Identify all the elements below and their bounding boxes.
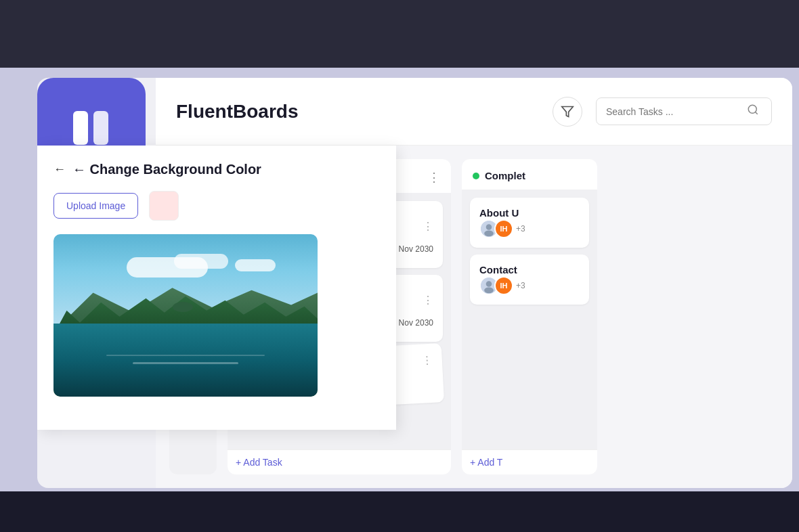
avatar-initials-about: IH	[494, 219, 513, 238]
avatars-about: IH +3	[479, 219, 525, 238]
card-menu-social[interactable]: ⋮	[423, 294, 433, 307]
add-task-complete-label: + Add T	[470, 457, 502, 468]
card-footer-about: IH +3	[479, 219, 580, 238]
svg-marker-2	[562, 106, 574, 116]
avatars-contact: IH +3	[479, 276, 525, 295]
card-menu-privacy-top[interactable]: ⋮	[421, 353, 433, 367]
lake-scene	[53, 234, 318, 397]
upload-image-button[interactable]: Upload Image	[53, 193, 138, 219]
task-card-contact: Contact IH +3	[470, 254, 589, 305]
card-menu-waitlist[interactable]: ⋮	[423, 220, 433, 233]
in-progress-menu[interactable]: ⋮	[428, 170, 440, 185]
color-swatch[interactable]	[149, 191, 179, 221]
header: FluentBoards	[156, 78, 792, 146]
card-title-about: About U	[479, 207, 519, 219]
back-arrow-icon[interactable]: ←	[53, 162, 66, 177]
filter-button[interactable]	[553, 97, 582, 127]
app-title: FluentBoards	[176, 101, 539, 123]
task-card-about: About U IH +3	[470, 198, 589, 248]
svg-point-3	[748, 105, 756, 113]
column-complete: Complet About U IH +3	[462, 159, 597, 474]
search-box	[596, 97, 772, 125]
complete-header: Complet	[462, 159, 597, 190]
search-input[interactable]	[606, 106, 741, 117]
cloud-2	[174, 254, 228, 269]
cloud-3	[235, 259, 276, 271]
svg-point-25	[484, 231, 494, 237]
bottom-bar	[0, 491, 799, 532]
water-shimmer-2	[106, 355, 265, 356]
cloud-layer	[120, 254, 278, 283]
bg-panel-title: ← Change Background Color	[72, 162, 261, 177]
upload-row: Upload Image	[53, 191, 380, 221]
avatar-count-about: +3	[516, 224, 525, 234]
add-task-in-progress[interactable]: + Add Task	[228, 449, 451, 474]
complete-dot	[473, 173, 479, 179]
complete-body: About U IH +3 Contact	[462, 190, 597, 449]
water-layer	[53, 324, 318, 397]
svg-point-24	[486, 224, 492, 230]
island	[173, 302, 193, 312]
svg-point-27	[486, 281, 492, 287]
water-shimmer	[133, 362, 238, 364]
bg-panel-header: ← ← Change Background Color	[53, 162, 380, 177]
top-bar	[0, 0, 799, 68]
svg-line-4	[755, 112, 757, 114]
add-task-label: + Add Task	[236, 457, 282, 468]
complete-title: Complet	[485, 170, 525, 181]
card-title-contact: Contact	[479, 264, 517, 275]
avatar-count-contact: +3	[516, 281, 525, 290]
main-container: FluentBoards Open 3	[37, 78, 792, 488]
preview-image	[53, 234, 318, 397]
svg-rect-0	[73, 111, 88, 145]
search-icon	[747, 104, 759, 119]
svg-rect-1	[93, 111, 108, 145]
avatar-initials-contact: IH	[494, 276, 513, 295]
card-footer-contact: IH +3	[479, 276, 580, 295]
add-task-complete[interactable]: + Add T	[462, 449, 597, 474]
bg-panel: ← ← Change Background Color Upload Image	[37, 146, 396, 430]
svg-point-28	[484, 288, 494, 294]
